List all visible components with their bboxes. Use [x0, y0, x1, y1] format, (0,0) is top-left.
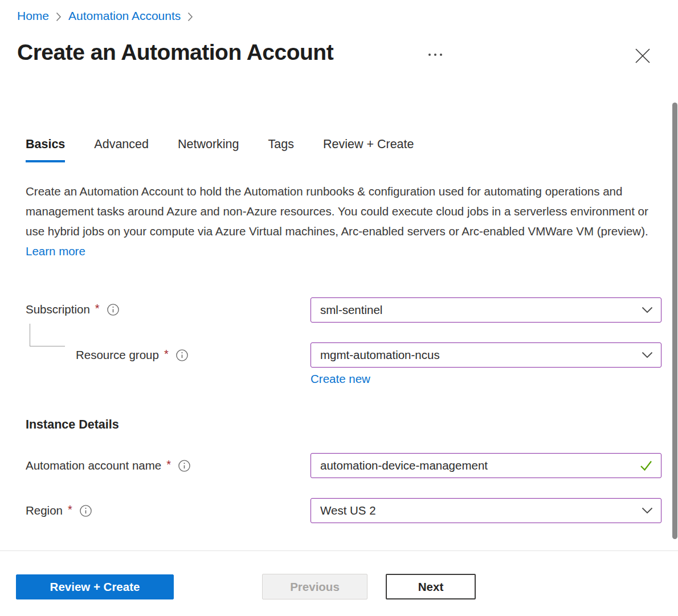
- create-new-link[interactable]: Create new: [311, 372, 370, 386]
- ellipsis-icon: [428, 54, 431, 56]
- required-marker: *: [95, 302, 100, 315]
- region-label-row: Region *: [26, 504, 92, 517]
- breadcrumb-home-link[interactable]: Home: [17, 9, 49, 23]
- subscription-label-row: Subscription *: [26, 303, 120, 316]
- footer-divider: [0, 550, 678, 551]
- info-icon[interactable]: [175, 349, 189, 362]
- chevron-down-icon: [642, 507, 653, 514]
- chevron-right-icon: [56, 12, 62, 22]
- breadcrumb-automation-accounts-link[interactable]: Automation Accounts: [68, 9, 181, 23]
- account-name-label-row: Automation account name *: [26, 459, 191, 472]
- subscription-value: sml-sentinel: [320, 303, 637, 317]
- close-icon: [633, 46, 652, 68]
- previous-button[interactable]: Previous: [262, 574, 367, 599]
- page-description: Create an Automation Account to hold the…: [26, 181, 650, 261]
- wizard-tabs: Basics Advanced Networking Tags Review +…: [26, 137, 414, 162]
- info-icon[interactable]: [107, 303, 120, 316]
- tab-tags[interactable]: Tags: [268, 137, 294, 162]
- region-label: Region: [26, 504, 63, 517]
- more-options-button[interactable]: [426, 51, 444, 58]
- required-marker: *: [166, 458, 171, 471]
- learn-more-link[interactable]: Learn more: [26, 244, 85, 258]
- required-marker: *: [68, 503, 72, 516]
- account-name-value: automation-device-management: [320, 459, 635, 472]
- subscription-label: Subscription: [26, 303, 90, 316]
- page-title: Create an Automation Account: [17, 40, 333, 65]
- resource-group-label-row: Resource group *: [76, 348, 189, 362]
- required-marker: *: [164, 348, 169, 361]
- tab-review-create[interactable]: Review + Create: [323, 137, 414, 162]
- close-button[interactable]: [631, 46, 654, 68]
- tab-advanced[interactable]: Advanced: [94, 137, 149, 162]
- review-create-button[interactable]: Review + Create: [16, 574, 174, 599]
- vertical-scrollbar-thumb[interactable]: [672, 103, 677, 539]
- chevron-down-icon: [642, 352, 653, 358]
- info-icon[interactable]: [79, 504, 92, 517]
- ellipsis-icon: [434, 54, 436, 56]
- ellipsis-icon: [440, 54, 442, 56]
- checkmark-icon: [639, 459, 653, 472]
- tab-basics[interactable]: Basics: [26, 137, 65, 162]
- resource-group-dropdown[interactable]: mgmt-automation-ncus: [311, 342, 661, 368]
- next-button[interactable]: Next: [386, 574, 476, 599]
- resource-group-label: Resource group: [76, 348, 159, 362]
- region-value: West US 2: [320, 504, 637, 517]
- account-name-input[interactable]: automation-device-management: [311, 453, 661, 478]
- instance-details-heading: Instance Details: [26, 418, 119, 432]
- chevron-down-icon: [642, 307, 653, 313]
- account-name-label: Automation account name: [26, 459, 161, 472]
- chevron-right-icon: [187, 12, 193, 22]
- description-text: Create an Automation Account to hold the…: [26, 185, 648, 238]
- resource-group-value: mgmt-automation-ncus: [320, 348, 637, 362]
- region-dropdown[interactable]: West US 2: [311, 498, 661, 523]
- tab-networking[interactable]: Networking: [178, 137, 239, 162]
- info-icon[interactable]: [178, 459, 191, 472]
- subscription-dropdown[interactable]: sml-sentinel: [311, 297, 661, 323]
- hierarchy-connector-line: [30, 324, 65, 346]
- breadcrumb: Home Automation Accounts: [17, 9, 193, 23]
